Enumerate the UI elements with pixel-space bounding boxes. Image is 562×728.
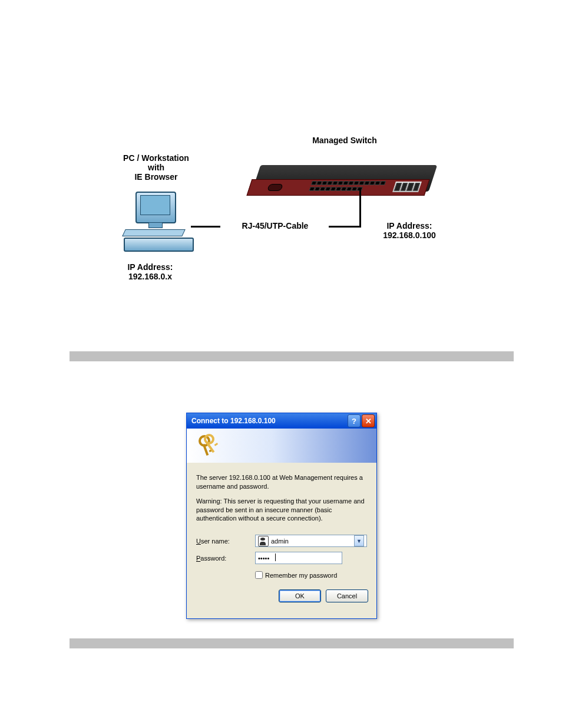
dialog-message: The server 192.168.0.100 at Web Manageme… <box>196 473 367 491</box>
username-field[interactable]: admin ▼ <box>255 535 367 547</box>
pc-label: PC / WorkstationwithIE Browser <box>103 153 209 182</box>
remember-checkbox[interactable] <box>255 571 263 579</box>
dropdown-icon[interactable]: ▼ <box>354 535 364 546</box>
switch-label: Managed Switch <box>286 136 404 145</box>
auth-dialog: Connect to 192.168.0.100 ? ✕ The server … <box>186 413 377 619</box>
cable-line <box>359 187 361 228</box>
cable-line <box>329 226 361 228</box>
ok-button[interactable]: OK <box>279 589 321 602</box>
network-diagram: PC / WorkstationwithIE Browser Managed S… <box>68 136 457 301</box>
keys-icon <box>193 432 220 459</box>
text-caret <box>275 554 276 561</box>
username-value: admin <box>271 538 352 545</box>
cable-label: RJ-45/UTP-Cable <box>219 221 331 230</box>
pc-ip-label: IP Address:192.168.0.x <box>97 262 203 281</box>
divider-bar <box>70 351 514 361</box>
help-button[interactable]: ? <box>348 414 361 427</box>
password-field[interactable] <box>255 552 342 564</box>
dialog-banner <box>187 429 376 463</box>
managed-switch-icon <box>256 154 445 205</box>
svg-rect-5 <box>214 443 219 446</box>
cancel-button[interactable]: Cancel <box>326 589 368 602</box>
remember-label: Remember my password <box>265 572 337 579</box>
password-label: Password: <box>196 555 255 562</box>
workstation-icon <box>130 192 189 251</box>
close-button[interactable]: ✕ <box>362 414 375 427</box>
username-label: User name: <box>196 538 255 545</box>
switch-ip-label: IP Address:192.168.0.100 <box>356 221 462 240</box>
dialog-warning: Warning: This server is requesting that … <box>196 497 367 523</box>
dialog-title: Connect to 192.168.0.100 <box>191 417 346 425</box>
dialog-titlebar[interactable]: Connect to 192.168.0.100 ? ✕ <box>187 413 376 429</box>
divider-bar <box>70 638 514 648</box>
user-icon <box>258 536 269 546</box>
cable-line <box>191 226 220 228</box>
